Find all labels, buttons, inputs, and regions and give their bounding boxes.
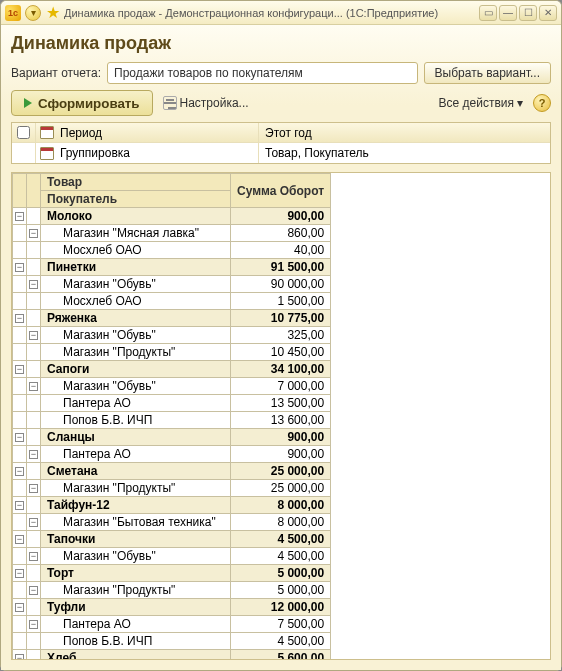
detail-value: 1 500,00 xyxy=(231,293,331,310)
group-row[interactable]: − Торт 5 000,00 xyxy=(13,565,331,582)
expand-toggle[interactable]: − xyxy=(13,310,27,327)
expand-toggle[interactable]: − xyxy=(27,378,41,395)
run-report-button[interactable]: Сформировать xyxy=(11,90,153,116)
group-row[interactable]: − Молоко 900,00 xyxy=(13,208,331,225)
choose-variant-button[interactable]: Выбрать вариант... xyxy=(424,62,551,84)
all-actions-button[interactable]: Все действия ▾ xyxy=(439,96,523,110)
detail-row[interactable]: − Магазин "Обувь" 7 000,00 xyxy=(13,378,331,395)
group-name: Торт xyxy=(41,565,231,582)
window-dock-button[interactable]: ▭ xyxy=(479,5,497,21)
expand-toggle[interactable]: − xyxy=(27,446,41,463)
window-maximize-button[interactable]: ☐ xyxy=(519,5,537,21)
expand-toggle[interactable]: − xyxy=(13,650,27,660)
expand-toggle[interactable]: − xyxy=(27,276,41,293)
favorite-icon[interactable]: ★ xyxy=(46,3,60,22)
group-row[interactable]: − Сланцы 900,00 xyxy=(13,429,331,446)
detail-row[interactable]: − Магазин "Продукты" 5 000,00 xyxy=(13,582,331,599)
detail-row[interactable]: − Пантера АО 900,00 xyxy=(13,446,331,463)
expand-toggle[interactable]: − xyxy=(13,361,27,378)
nav-dropdown-button[interactable]: ▾ xyxy=(25,5,41,21)
window-close-button[interactable]: ✕ xyxy=(539,5,557,21)
detail-row[interactable]: Магазин "Продукты" 10 450,00 xyxy=(13,344,331,361)
detail-value: 5 000,00 xyxy=(231,582,331,599)
expand-toggle[interactable] xyxy=(27,412,41,429)
expand-toggle[interactable]: − xyxy=(27,548,41,565)
variant-input[interactable] xyxy=(107,62,418,84)
expand-toggle[interactable]: − xyxy=(27,514,41,531)
expand-toggle[interactable]: − xyxy=(13,208,27,225)
toolbar: Сформировать Настройка... Все действия ▾… xyxy=(11,90,551,116)
expand-toggle[interactable]: − xyxy=(27,327,41,344)
gutter-cell xyxy=(13,582,27,599)
detail-row[interactable]: − Магазин "Мясная лавка" 860,00 xyxy=(13,225,331,242)
expand-toggle[interactable] xyxy=(27,242,41,259)
detail-row[interactable]: Мосхлеб ОАО 40,00 xyxy=(13,242,331,259)
expand-toggle[interactable] xyxy=(27,395,41,412)
group-row[interactable]: − Тапочки 4 500,00 xyxy=(13,531,331,548)
group-row[interactable]: − Хлеб 5 600,00 xyxy=(13,650,331,660)
report-area: Товар Сумма Оборот Покупатель − Молоко 9… xyxy=(11,172,551,660)
detail-row[interactable]: − Магазин "Обувь" 325,00 xyxy=(13,327,331,344)
expand-toggle[interactable] xyxy=(27,633,41,650)
app-window: 1c ▾ ★ Динамика продаж - Демонстрационна… xyxy=(0,0,562,671)
detail-row[interactable]: − Магазин "Обувь" 90 000,00 xyxy=(13,276,331,293)
gutter-cell xyxy=(13,344,27,361)
gutter-cell xyxy=(13,633,27,650)
expand-toggle[interactable]: − xyxy=(27,616,41,633)
detail-row[interactable]: Попов Б.В. ИЧП 4 500,00 xyxy=(13,633,331,650)
expand-toggle[interactable]: − xyxy=(27,225,41,242)
play-icon xyxy=(24,98,32,108)
help-button[interactable]: ? xyxy=(533,94,551,112)
gutter-cell xyxy=(13,514,27,531)
gutter-cell xyxy=(13,276,27,293)
params-header-value[interactable]: Этот год xyxy=(258,123,550,142)
window-minimize-button[interactable]: — xyxy=(499,5,517,21)
expand-toggle[interactable]: − xyxy=(27,480,41,497)
detail-row[interactable]: Мосхлеб ОАО 1 500,00 xyxy=(13,293,331,310)
settings-button[interactable]: Настройка... xyxy=(163,96,249,110)
detail-row[interactable]: − Магазин "Продукты" 25 000,00 xyxy=(13,480,331,497)
report-table: Товар Сумма Оборот Покупатель − Молоко 9… xyxy=(12,173,331,659)
gutter-cell xyxy=(13,242,27,259)
group-row[interactable]: − Сметана 25 000,00 xyxy=(13,463,331,480)
detail-row[interactable]: − Магазин "Обувь" 4 500,00 xyxy=(13,548,331,565)
detail-name: Магазин "Бытовая техника" xyxy=(41,514,231,531)
group-row[interactable]: − Ряженка 10 775,00 xyxy=(13,310,331,327)
detail-name: Магазин "Обувь" xyxy=(41,548,231,565)
params-header-row: Период Этот год xyxy=(12,123,550,143)
expand-toggle[interactable]: − xyxy=(13,497,27,514)
group-value: 4 500,00 xyxy=(231,531,331,548)
group-value: 900,00 xyxy=(231,208,331,225)
expand-toggle[interactable]: − xyxy=(13,565,27,582)
group-row[interactable]: − Тайфун-12 8 000,00 xyxy=(13,497,331,514)
gutter-cell xyxy=(13,327,27,344)
detail-name: Мосхлеб ОАО xyxy=(41,293,231,310)
expand-toggle[interactable]: − xyxy=(13,531,27,548)
report-scroll[interactable]: Товар Сумма Оборот Покупатель − Молоко 9… xyxy=(12,173,550,659)
group-row[interactable]: − Пинетки 91 500,00 xyxy=(13,259,331,276)
group-name: Сланцы xyxy=(41,429,231,446)
params-header-icon xyxy=(36,123,58,142)
params-row-value[interactable]: Товар, Покупатель xyxy=(258,143,550,163)
detail-name: Магазин "Мясная лавка" xyxy=(41,225,231,242)
params-header-checkbox[interactable] xyxy=(12,123,36,142)
run-report-label: Сформировать xyxy=(38,96,140,111)
titlebar: 1c ▾ ★ Динамика продаж - Демонстрационна… xyxy=(1,1,561,25)
detail-value: 40,00 xyxy=(231,242,331,259)
expand-toggle[interactable]: − xyxy=(13,429,27,446)
group-value: 5 600,00 xyxy=(231,650,331,660)
expand-toggle[interactable] xyxy=(27,293,41,310)
group-row[interactable]: − Туфли 12 000,00 xyxy=(13,599,331,616)
expand-toggle[interactable]: − xyxy=(13,599,27,616)
detail-row[interactable]: Попов Б.В. ИЧП 13 600,00 xyxy=(13,412,331,429)
expand-toggle[interactable]: − xyxy=(13,259,27,276)
detail-row[interactable]: − Пантера АО 7 500,00 xyxy=(13,616,331,633)
detail-row[interactable]: Пантера АО 13 500,00 xyxy=(13,395,331,412)
detail-row[interactable]: − Магазин "Бытовая техника" 8 000,00 xyxy=(13,514,331,531)
expand-toggle[interactable]: − xyxy=(27,582,41,599)
group-row[interactable]: − Сапоги 34 100,00 xyxy=(13,361,331,378)
calendar-icon xyxy=(40,126,54,139)
detail-name: Магазин "Обувь" xyxy=(41,378,231,395)
expand-toggle[interactable] xyxy=(27,344,41,361)
expand-toggle[interactable]: − xyxy=(13,463,27,480)
